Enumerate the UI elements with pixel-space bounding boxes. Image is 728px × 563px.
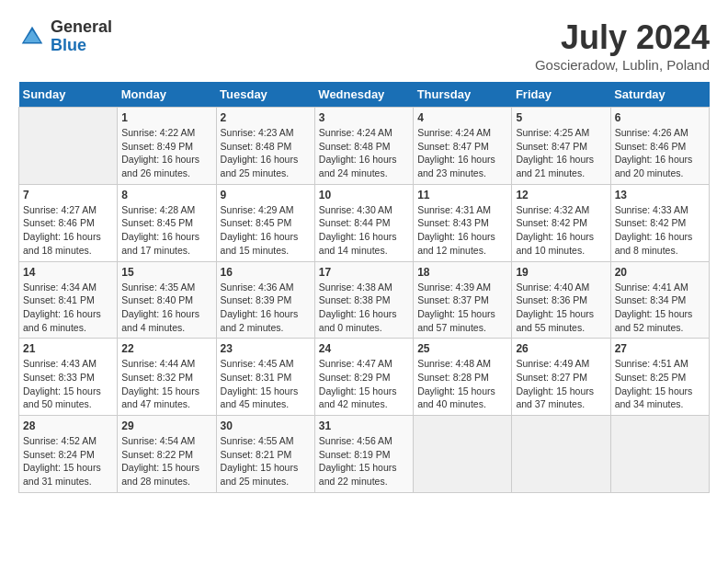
day-number: 26 — [516, 342, 606, 355]
calendar-day-cell: 31Sunrise: 4:56 AM Sunset: 8:19 PM Dayli… — [314, 416, 413, 493]
calendar-day-cell: 14Sunrise: 4:34 AM Sunset: 8:41 PM Dayli… — [19, 261, 118, 339]
calendar-table: SundayMondayTuesdayWednesdayThursdayFrid… — [18, 82, 710, 493]
day-info: Sunrise: 4:49 AM Sunset: 8:27 PM Dayligh… — [516, 357, 606, 411]
day-info: Sunrise: 4:39 AM Sunset: 8:37 PM Dayligh… — [417, 281, 507, 335]
day-info: Sunrise: 4:26 AM Sunset: 8:46 PM Dayligh… — [615, 126, 705, 180]
month-year: July 2024 — [535, 18, 710, 57]
calendar-day-cell: 11Sunrise: 4:31 AM Sunset: 8:43 PM Dayli… — [414, 184, 512, 261]
day-info: Sunrise: 4:33 AM Sunset: 8:42 PM Dayligh… — [615, 203, 705, 258]
day-of-week-header: Tuesday — [216, 82, 314, 108]
calendar-day-cell: 13Sunrise: 4:33 AM Sunset: 8:42 PM Dayli… — [610, 184, 709, 261]
day-info: Sunrise: 4:32 AM Sunset: 8:42 PM Dayligh… — [516, 203, 606, 258]
calendar-day-cell: 28Sunrise: 4:52 AM Sunset: 8:24 PM Dayli… — [19, 416, 118, 493]
calendar-day-cell: 21Sunrise: 4:43 AM Sunset: 8:33 PM Dayli… — [19, 339, 118, 416]
calendar-day-cell: 27Sunrise: 4:51 AM Sunset: 8:25 PM Dayli… — [610, 339, 709, 416]
day-info: Sunrise: 4:54 AM Sunset: 8:22 PM Dayligh… — [121, 434, 211, 488]
day-info: Sunrise: 4:31 AM Sunset: 8:43 PM Dayligh… — [417, 203, 507, 258]
day-number: 25 — [417, 342, 507, 355]
calendar-week-row: 1Sunrise: 4:22 AM Sunset: 8:49 PM Daylig… — [19, 108, 710, 185]
calendar-day-cell: 7Sunrise: 4:27 AM Sunset: 8:46 PM Daylig… — [19, 184, 118, 261]
calendar-day-cell: 26Sunrise: 4:49 AM Sunset: 8:27 PM Dayli… — [512, 339, 610, 416]
day-number: 5 — [516, 111, 606, 124]
calendar-day-cell: 8Sunrise: 4:28 AM Sunset: 8:45 PM Daylig… — [118, 184, 216, 261]
calendar-day-cell: 15Sunrise: 4:35 AM Sunset: 8:40 PM Dayli… — [118, 261, 216, 339]
location: Goscieradow, Lublin, Poland — [535, 57, 710, 73]
calendar-day-cell — [19, 108, 118, 185]
day-number: 23 — [221, 342, 311, 355]
day-info: Sunrise: 4:51 AM Sunset: 8:25 PM Dayligh… — [615, 357, 705, 411]
title-block: July 2024 Goscieradow, Lublin, Poland — [535, 18, 710, 73]
calendar-day-cell: 18Sunrise: 4:39 AM Sunset: 8:37 PM Dayli… — [414, 261, 512, 339]
day-number: 29 — [121, 419, 211, 432]
day-info: Sunrise: 4:30 AM Sunset: 8:44 PM Dayligh… — [319, 203, 409, 258]
day-number: 21 — [23, 342, 113, 355]
calendar-day-cell: 22Sunrise: 4:44 AM Sunset: 8:32 PM Dayli… — [118, 339, 216, 416]
day-info: Sunrise: 4:47 AM Sunset: 8:29 PM Dayligh… — [319, 357, 409, 411]
calendar-week-row: 14Sunrise: 4:34 AM Sunset: 8:41 PM Dayli… — [19, 261, 710, 339]
day-info: Sunrise: 4:24 AM Sunset: 8:48 PM Dayligh… — [319, 126, 409, 180]
day-number: 12 — [516, 189, 606, 201]
calendar-header-row: SundayMondayTuesdayWednesdayThursdayFrid… — [19, 82, 710, 108]
calendar-day-cell: 24Sunrise: 4:47 AM Sunset: 8:29 PM Dayli… — [314, 339, 413, 416]
day-info: Sunrise: 4:52 AM Sunset: 8:24 PM Dayligh… — [23, 434, 113, 488]
day-number: 4 — [417, 111, 507, 124]
day-info: Sunrise: 4:55 AM Sunset: 8:21 PM Dayligh… — [221, 434, 311, 488]
day-number: 7 — [23, 189, 113, 201]
day-info: Sunrise: 4:23 AM Sunset: 8:48 PM Dayligh… — [221, 126, 311, 180]
day-number: 14 — [23, 266, 113, 279]
day-number: 20 — [615, 266, 705, 279]
logo: General Blue — [18, 18, 112, 55]
day-number: 22 — [121, 342, 211, 355]
calendar-day-cell — [512, 416, 610, 493]
day-number: 16 — [221, 266, 311, 279]
day-info: Sunrise: 4:36 AM Sunset: 8:39 PM Dayligh… — [221, 281, 311, 335]
day-number: 1 — [121, 111, 211, 124]
day-info: Sunrise: 4:34 AM Sunset: 8:41 PM Dayligh… — [23, 281, 113, 335]
day-number: 31 — [319, 419, 409, 432]
calendar-day-cell: 16Sunrise: 4:36 AM Sunset: 8:39 PM Dayli… — [216, 261, 314, 339]
day-info: Sunrise: 4:56 AM Sunset: 8:19 PM Dayligh… — [319, 434, 409, 488]
day-info: Sunrise: 4:44 AM Sunset: 8:32 PM Dayligh… — [121, 357, 211, 411]
day-of-week-header: Friday — [512, 82, 610, 108]
calendar-day-cell: 20Sunrise: 4:41 AM Sunset: 8:34 PM Dayli… — [610, 261, 709, 339]
day-info: Sunrise: 4:35 AM Sunset: 8:40 PM Dayligh… — [121, 281, 211, 335]
day-number: 24 — [319, 342, 409, 355]
calendar-day-cell: 12Sunrise: 4:32 AM Sunset: 8:42 PM Dayli… — [512, 184, 610, 261]
day-number: 28 — [23, 419, 113, 432]
day-of-week-header: Wednesday — [314, 82, 413, 108]
day-info: Sunrise: 4:28 AM Sunset: 8:45 PM Dayligh… — [121, 203, 211, 258]
day-info: Sunrise: 4:45 AM Sunset: 8:31 PM Dayligh… — [221, 357, 311, 411]
calendar-day-cell: 5Sunrise: 4:25 AM Sunset: 8:47 PM Daylig… — [512, 108, 610, 185]
day-number: 8 — [121, 189, 211, 201]
day-info: Sunrise: 4:38 AM Sunset: 8:38 PM Dayligh… — [319, 281, 409, 335]
logo-text: General Blue — [51, 18, 112, 55]
calendar-day-cell: 25Sunrise: 4:48 AM Sunset: 8:28 PM Dayli… — [414, 339, 512, 416]
calendar-week-row: 21Sunrise: 4:43 AM Sunset: 8:33 PM Dayli… — [19, 339, 710, 416]
day-info: Sunrise: 4:24 AM Sunset: 8:47 PM Dayligh… — [417, 126, 507, 180]
day-info: Sunrise: 4:41 AM Sunset: 8:34 PM Dayligh… — [615, 281, 705, 335]
calendar-day-cell: 9Sunrise: 4:29 AM Sunset: 8:45 PM Daylig… — [216, 184, 314, 261]
day-number: 3 — [319, 111, 409, 124]
calendar-day-cell: 29Sunrise: 4:54 AM Sunset: 8:22 PM Dayli… — [118, 416, 216, 493]
calendar-day-cell: 17Sunrise: 4:38 AM Sunset: 8:38 PM Dayli… — [314, 261, 413, 339]
day-number: 2 — [221, 111, 311, 124]
day-info: Sunrise: 4:29 AM Sunset: 8:45 PM Dayligh… — [221, 203, 311, 258]
day-number: 27 — [615, 342, 705, 355]
day-number: 10 — [319, 189, 409, 201]
day-number: 30 — [221, 419, 311, 432]
logo-blue: Blue — [51, 37, 112, 55]
day-number: 18 — [417, 266, 507, 279]
day-number: 15 — [121, 266, 211, 279]
calendar-week-row: 28Sunrise: 4:52 AM Sunset: 8:24 PM Dayli… — [19, 416, 710, 493]
day-info: Sunrise: 4:27 AM Sunset: 8:46 PM Dayligh… — [23, 203, 113, 258]
calendar-day-cell: 6Sunrise: 4:26 AM Sunset: 8:46 PM Daylig… — [610, 108, 709, 185]
logo-general: General — [51, 18, 112, 37]
logo-icon — [18, 23, 46, 51]
day-number: 17 — [319, 266, 409, 279]
calendar-day-cell: 23Sunrise: 4:45 AM Sunset: 8:31 PM Dayli… — [216, 339, 314, 416]
day-of-week-header: Saturday — [610, 82, 709, 108]
calendar-day-cell: 30Sunrise: 4:55 AM Sunset: 8:21 PM Dayli… — [216, 416, 314, 493]
day-number: 13 — [615, 189, 705, 201]
day-of-week-header: Thursday — [414, 82, 512, 108]
day-of-week-header: Monday — [118, 82, 216, 108]
